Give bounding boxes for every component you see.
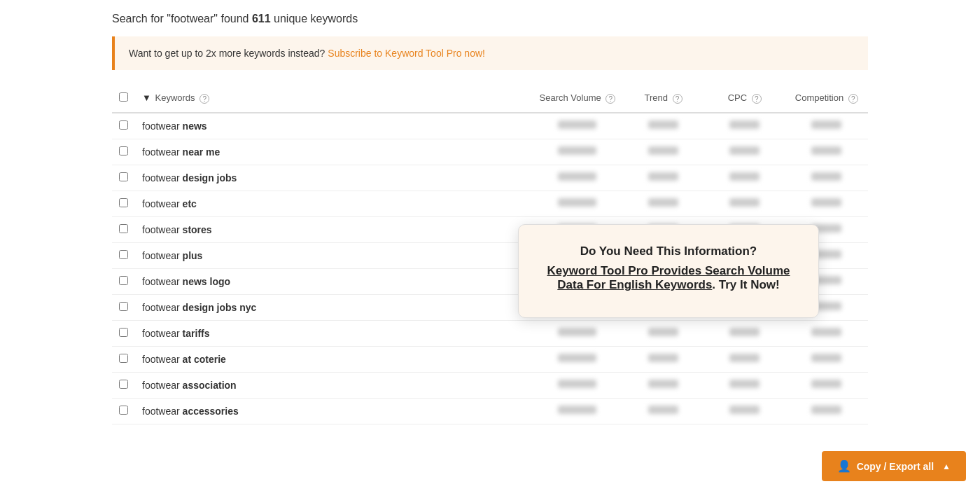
col-trend-blurred-value: 99,999	[648, 406, 678, 414]
col-header-cpc: CPC ?	[704, 84, 785, 113]
table-row: footwear accessories99,99999,99999,99999…	[112, 399, 868, 424]
col-competition-cell: 99,999	[785, 373, 868, 399]
popup-body-suffix: . Try It Now!	[712, 278, 779, 291]
col-cpc-cell: 99,999	[704, 373, 785, 399]
col-trend-cell: 99,999	[622, 191, 704, 217]
col-competition-cell: 99,999	[785, 165, 868, 191]
col-trend-cell: 99,999	[622, 399, 704, 424]
col-competition-blurred-value: 99,999	[811, 354, 841, 362]
cpc-help-icon[interactable]: ?	[752, 94, 762, 104]
col-cpc-blurred-value: 99,999	[729, 146, 760, 155]
row-checkbox-7[interactable]	[119, 276, 128, 285]
col-volume-blurred-value: 99,999	[558, 406, 596, 414]
row-checkbox-3[interactable]	[119, 172, 128, 181]
col-cpc-blurred-value: 99,999	[729, 172, 760, 181]
col-competition-blurred-value: 99,999	[811, 198, 841, 207]
col-volume-blurred-value: 99,999	[558, 354, 596, 362]
summary-suffix: unique keywords	[271, 13, 358, 25]
export-chevron-icon: ▲	[942, 462, 951, 471]
header-checkbox-cell	[112, 84, 135, 113]
col-header-trend: Trend ?	[622, 84, 704, 113]
export-btn-label: Copy / Export all	[857, 461, 934, 472]
col-cpc-cell: 99,999	[704, 165, 785, 191]
col-cpc-blurred-value: 99,999	[729, 198, 760, 207]
keyword-bold: design jobs nyc	[183, 302, 257, 313]
col-cpc-blurred-value: 99,999	[729, 328, 760, 336]
col-volume-cell: 99,999	[533, 347, 623, 373]
col-volume-cell: 99,999	[533, 139, 623, 165]
row-checkbox-cell	[112, 139, 135, 165]
promo-link[interactable]: Subscribe to Keyword Tool Pro now!	[328, 48, 485, 59]
volume-help-icon[interactable]: ?	[606, 94, 615, 104]
row-checkbox-cell	[112, 399, 135, 424]
select-all-checkbox[interactable]	[119, 92, 128, 102]
col-cpc-blurred-value: 99,999	[729, 354, 760, 362]
export-btn-container: 👤 Copy / Export all ▲	[808, 441, 980, 491]
keyword-cell: footwear near me	[135, 139, 533, 165]
table-row: footwear tariffs99,99999,99999,99999,999	[112, 321, 868, 347]
keyword-cell: footwear association	[135, 373, 533, 399]
row-checkbox-cell	[112, 295, 135, 321]
copy-export-button[interactable]: 👤 Copy / Export all ▲	[822, 451, 966, 481]
row-checkbox-8[interactable]	[119, 302, 128, 311]
keyword-bold: tariffs	[183, 328, 210, 339]
col-volume-cell: 99,999	[533, 191, 623, 217]
row-checkbox-2[interactable]	[119, 146, 128, 155]
table-container: ▼ Keywords ? Search Volume ? Trend ? CPC	[112, 84, 868, 424]
col-trend-cell: 99,999	[622, 113, 704, 139]
row-checkbox-cell	[112, 217, 135, 243]
col-competition-cell: 99,999	[785, 399, 868, 424]
popup-body: Keyword Tool Pro Provides Search Volume …	[540, 264, 797, 292]
keywords-col-label: Keywords	[155, 92, 195, 103]
keyword-bold: news logo	[183, 276, 230, 287]
col-trend-cell: 99,999	[622, 373, 704, 399]
col-volume-cell: 99,999	[533, 165, 623, 191]
keyword-cell: footwear news	[135, 113, 533, 139]
row-checkbox-5[interactable]	[119, 224, 128, 233]
col-cpc-cell: 99,999	[704, 113, 785, 139]
col-trend-blurred-value: 99,999	[648, 198, 678, 207]
trend-help-icon[interactable]: ?	[673, 94, 682, 104]
row-checkbox-6[interactable]	[119, 250, 128, 259]
trend-col-label: Trend	[644, 92, 667, 103]
col-trend-blurred-value: 99,999	[648, 172, 678, 181]
row-checkbox-11[interactable]	[119, 380, 128, 389]
col-volume-cell: 99,999	[533, 399, 623, 424]
col-competition-cell: 99,999	[785, 321, 868, 347]
promo-banner: Want to get up to 2x more keywords inste…	[112, 36, 868, 70]
col-trend-cell: 99,999	[622, 347, 704, 373]
col-header-volume: Search Volume ?	[533, 84, 623, 113]
row-checkbox-4[interactable]	[119, 198, 128, 207]
row-checkbox-10[interactable]	[119, 354, 128, 363]
keywords-help-icon[interactable]: ?	[200, 94, 209, 104]
col-trend-blurred-value: 99,999	[648, 354, 678, 362]
col-volume-blurred-value: 99,999	[558, 120, 596, 129]
row-checkbox-cell	[112, 165, 135, 191]
col-trend-blurred-value: 99,999	[648, 380, 678, 388]
table-row: footwear news99,99999,99999,99999,999	[112, 113, 868, 139]
info-popup: Do You Need This Information? Keyword To…	[518, 224, 819, 318]
keyword-cell: footwear news logo	[135, 269, 533, 295]
keyword-cell: footwear design jobs nyc	[135, 295, 533, 321]
col-competition-cell: 99,999	[785, 191, 868, 217]
col-cpc-cell: 99,999	[704, 347, 785, 373]
competition-help-icon[interactable]: ?	[848, 94, 858, 104]
col-volume-blurred-value: 99,999	[558, 198, 596, 207]
search-summary: Search for "footwear" found 611 unique k…	[112, 13, 868, 25]
col-volume-blurred-value: 99,999	[558, 172, 596, 181]
col-competition-blurred-value: 99,999	[811, 380, 841, 388]
keyword-cell: footwear at coterie	[135, 347, 533, 373]
keyword-bold: accessories	[183, 406, 239, 417]
col-competition-blurred-value: 99,999	[811, 120, 841, 129]
row-checkbox-cell	[112, 321, 135, 347]
row-checkbox-1[interactable]	[119, 120, 128, 130]
row-checkbox-cell	[112, 269, 135, 295]
table-header: ▼ Keywords ? Search Volume ? Trend ? CPC	[112, 84, 868, 113]
col-volume-blurred-value: 99,999	[558, 380, 596, 388]
row-checkbox-12[interactable]	[119, 406, 128, 415]
col-cpc-blurred-value: 99,999	[729, 406, 760, 414]
keyword-bold: at coterie	[183, 354, 226, 365]
keyword-bold: news	[183, 120, 207, 132]
row-checkbox-cell	[112, 191, 135, 217]
row-checkbox-9[interactable]	[119, 328, 128, 337]
